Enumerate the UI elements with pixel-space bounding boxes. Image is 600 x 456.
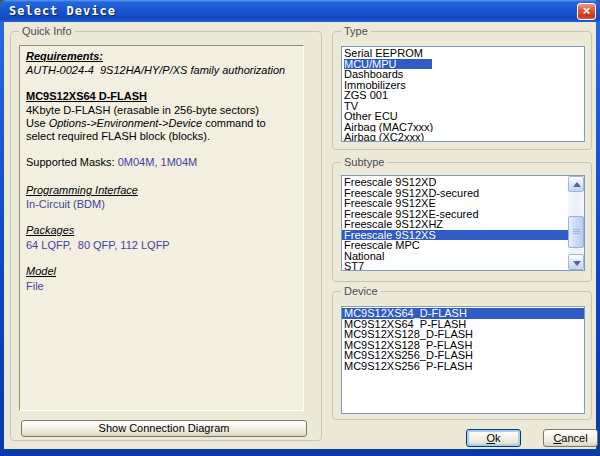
list-item[interactable]: Airbag (XC2xxx) [342,132,584,141]
list-item[interactable]: MC9S12XS128_P-FLASH [342,340,584,351]
show-connection-diagram-button[interactable]: Show Connection Diagram [21,420,307,437]
close-icon: × [583,3,591,18]
scroll-up-button[interactable] [568,176,584,192]
subtype-scrollbar[interactable] [568,176,584,270]
list-item[interactable]: Dashboards [342,69,584,80]
list-item[interactable]: Other ECU [342,111,584,122]
device-listbox[interactable]: MC9S12XS64_D-FLASHMC9S12XS64_P-FLASHMC9S… [341,306,585,414]
list-item[interactable]: ST7 [342,261,568,270]
dialog-body: Quick Info Requirements: AUTH-0024-4 9S1… [4,22,596,449]
quick-info-panel: Requirements: AUTH-0024-4 9S12HA/HY/P/XS… [19,45,304,411]
list-item[interactable]: Freescale 9S12XD [342,177,568,188]
window-title: Select Device [9,4,116,18]
subtype-list-rows: Freescale 9S12XDFreescale 9S12XD-secured… [342,176,568,270]
list-item[interactable]: MC9S12XS256_P-FLASH [342,361,584,372]
list-item[interactable]: Freescale MPC [342,240,568,251]
type-listbox[interactable]: Serial EEPROMMCU/MPUDashboardsImmobilize… [341,46,585,142]
ok-button[interactable]: Ok [466,429,521,447]
requirements-heading: Requirements: [26,50,103,62]
list-item[interactable]: MC9S12XS64_D-FLASH [342,308,584,319]
type-list-rows: Serial EEPROMMCU/MPUDashboardsImmobilize… [342,47,584,141]
programming-interface-value: In-Circuit (BDM) [26,198,105,210]
device-list-rows: MC9S12XS64_D-FLASHMC9S12XS64_P-FLASHMC9S… [342,307,584,413]
requirements-text: AUTH-0024-4 9S12HA/HY/P/XS family author… [26,64,285,76]
thumb-grip-icon [573,229,580,235]
list-item[interactable]: Freescale 9S12XD-secured [342,188,568,199]
list-item[interactable]: Immobilizers [342,80,584,91]
cancel-button[interactable]: Cancel [543,429,598,447]
device-desc-line1: 4Kbyte D-FLASH (erasable in 256-byte sec… [26,104,259,116]
list-item[interactable]: Serial EEPROM [342,48,584,59]
type-group-label: Type [341,24,371,38]
programming-interface-heading: Programming Interface [26,184,138,196]
title-bar[interactable]: Select Device × [0,0,600,22]
list-item[interactable]: MC9S12XS64_P-FLASH [342,319,584,330]
list-item[interactable]: MC9S12XS256_D-FLASH [342,350,584,361]
supported-masks-line: Supported Masks: 0M04M, 1M04M [26,156,197,168]
scrollbar-thumb[interactable] [568,216,584,248]
scroll-down-icon [573,261,581,266]
scroll-down-button[interactable] [568,254,584,270]
packages-heading: Packages [26,224,74,236]
scroll-up-icon [573,182,581,187]
subtype-group: Subtype Freescale 9S12XDFreescale 9S12XD… [332,162,592,282]
packages-value: 64 LQFP, 80 QFP, 112 LQFP [26,239,170,251]
list-item[interactable]: Airbag (MAC7xxx) [342,122,584,133]
list-item[interactable]: Freescale 9S12XE-secured [342,209,568,220]
subtype-listbox[interactable]: Freescale 9S12XDFreescale 9S12XD-secured… [341,175,585,271]
type-group: Type Serial EEPROMMCU/MPUDashboardsImmob… [332,31,592,150]
device-desc-line2: Use Options->Environment->Device command… [26,117,266,129]
quick-info-group-label: Quick Info [19,24,75,38]
menu-path-text: Options->Environment->Device [49,117,202,129]
model-heading: Model [26,265,56,277]
device-heading: MC9S12XS64 D-FLASH [26,90,147,102]
masks-label: Supported Masks: [26,156,118,168]
device-group: Device MC9S12XS64_D-FLASHMC9S12XS64_P-FL… [332,291,592,420]
masks-value: 0M04M, 1M04M [118,156,197,168]
list-item[interactable]: Freescale 9S12XS [342,230,568,241]
list-item[interactable]: National [342,251,568,262]
select-device-dialog: Select Device × Quick Info Requirements:… [0,0,600,456]
list-item[interactable]: Freescale 9S12XHZ [342,219,568,230]
list-item[interactable]: TV [342,101,584,112]
subtype-group-label: Subtype [341,155,387,169]
list-item[interactable]: Freescale 9S12XE [342,198,568,209]
model-value: File [26,280,44,292]
device-desc-line3: select required FLASH block (blocks). [26,130,210,142]
list-item[interactable]: MC9S12XS128_D-FLASH [342,329,584,340]
close-button[interactable]: × [577,3,596,20]
list-item[interactable]: MCU/MPU [342,59,584,70]
quick-info-group: Quick Info Requirements: AUTH-0024-4 9S1… [10,31,322,441]
device-group-label: Device [341,284,381,298]
list-item[interactable]: ZGS 001 [342,90,584,101]
